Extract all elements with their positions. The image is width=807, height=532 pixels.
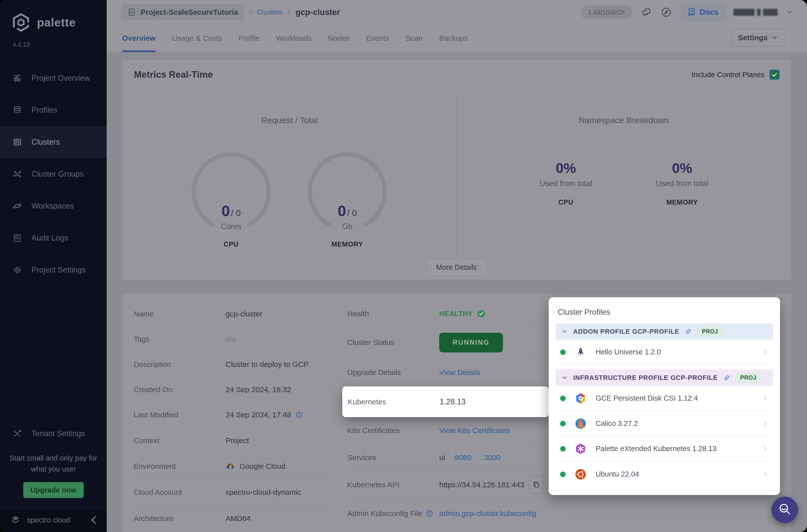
sidebar-item-project-settings[interactable]: Project Settings [0, 254, 107, 286]
link-icon [685, 328, 692, 335]
healthy-check-icon [477, 309, 486, 318]
profile-layer-name: Calico 3.27.2 [596, 419, 638, 428]
profile-layer-gce-disk[interactable]: GCE Persistent Disk CSI 1.12.4 [556, 386, 773, 411]
kubernetes-version-value: 1.28.13 [440, 397, 466, 406]
kubernetes-api-url: https://34.54.126.181:443 [439, 480, 524, 489]
tab-profile[interactable]: Profile [239, 24, 260, 52]
namespace-memory-sub: Used from total [630, 179, 734, 188]
tab-usage-costs[interactable]: Usage & Costs [172, 24, 222, 52]
include-control-planes-checkbox[interactable] [770, 70, 780, 80]
view-k8s-certificates-link[interactable]: View K8s Certificates [439, 426, 510, 435]
docs-button[interactable]: Docs [680, 3, 725, 22]
check-icon [771, 72, 778, 78]
tab-events[interactable]: Events [366, 24, 389, 52]
profile-layer-name: GCE Persistent Disk CSI 1.12.4 [596, 394, 698, 402]
addon-profile-section-header[interactable]: ADDON PROFILE GCP-PROFILE PROJ [556, 323, 773, 340]
link-icon [723, 374, 730, 381]
namespace-cpu-caption: CPU [513, 198, 618, 206]
layer-status-dot [560, 472, 566, 477]
service-port-8080-link[interactable]: :8080 [449, 452, 474, 463]
breadcrumb-clusters-link[interactable]: Clusters [257, 8, 283, 16]
cpu-request-value: 0 [222, 203, 230, 219]
include-control-planes[interactable]: Include Control Planes [692, 70, 780, 80]
explore-button[interactable] [661, 6, 672, 18]
sidebar-item-clusters[interactable]: Clusters [0, 126, 107, 158]
info-icon[interactable] [426, 510, 433, 517]
memory-caption: MEMORY [302, 241, 392, 248]
infrastructure-profile-section-header[interactable]: INFRASTRUCTURE PROFILE GCP-PROFILE PROJ [556, 369, 773, 386]
chevron-down-icon [562, 375, 568, 381]
profile-layer-name: Palette eXtended Kubernetes 1.28.13 [596, 444, 716, 453]
detail-row-last-modified: Last Modified 24 Sep 2024, 17:48 [134, 402, 328, 428]
detail-row-description: Description Cluster to deploy to GCP. [134, 352, 328, 377]
settings-button[interactable]: Settings [731, 29, 786, 46]
detail-value: 24 Sep 2024, 16:32 [226, 385, 291, 394]
detail-label: Description [134, 360, 226, 369]
assistant-search-fab[interactable] [771, 496, 798, 523]
sidebar-footer: spectro cloud [0, 508, 107, 532]
view-details-link[interactable]: View Details [439, 368, 481, 377]
detail-label: Created On [134, 385, 226, 394]
sidebar-item-audit-logs[interactable]: Audit Logs [0, 222, 107, 254]
profile-layer-calico[interactable]: Calico 3.27.2 [556, 411, 773, 436]
chevron-right-icon [762, 349, 769, 356]
profile-layer-palette-extended-kubernetes[interactable]: Palette eXtended Kubernetes 1.28.13 [556, 436, 773, 461]
sidebar-item-project-overview[interactable]: Project Overview [0, 62, 107, 94]
tab-workloads[interactable]: Workloads [276, 24, 312, 52]
health-status: HEALTHY [439, 309, 486, 318]
pxk-icon [575, 443, 587, 455]
logo: palette [0, 0, 107, 32]
detail-row-cloud-account: Cloud Account spectro-cloud-dynamic [134, 479, 328, 506]
tab-label: Workloads [276, 34, 312, 42]
sidebar-item-tenant-settings[interactable]: Tenant Settings [0, 418, 107, 450]
upgrade-now-button[interactable]: Upgrade now [23, 482, 84, 498]
user-name-redacted[interactable] [734, 9, 777, 16]
sidebar-item-cluster-groups[interactable]: Cluster Groups [0, 158, 107, 190]
tab-nodes[interactable]: Nodes [328, 24, 350, 52]
tab-overview[interactable]: Overview [122, 24, 155, 52]
upgrade-promo: Start small and only pay for what you us… [0, 445, 107, 507]
namespace-memory-stat: 0% Used from total MEMORY [630, 160, 734, 206]
info-icon[interactable] [296, 411, 303, 419]
copy-icon [532, 481, 540, 489]
detail-row-services: Services ui :8080 :3000 [347, 444, 545, 472]
sidebar-item-profiles[interactable]: Profiles [0, 94, 107, 126]
namespace-memory-percent: 0% [630, 160, 734, 176]
service-port-3000-link[interactable]: :3000 [479, 452, 503, 463]
breadcrumb-separator: / [249, 8, 251, 16]
project-selector[interactable]: Project-ScaleSecureTutoria [121, 4, 244, 20]
cpu-total-value: 0 [236, 208, 241, 218]
cluster-profiles-panel: Cluster Profiles ADDON PROFILE GCP-PROFI… [549, 297, 780, 495]
metrics-title: Metrics Real-Time [134, 70, 213, 80]
tab-scan[interactable]: Scan [406, 24, 423, 52]
detail-row-health: Health HEALTHY [347, 302, 545, 326]
detail-value: gcp-cluster [226, 310, 262, 318]
kubeconfig-download-link[interactable]: admin.gcp-cluster.kubeconfig [439, 509, 537, 518]
detail-label: Kubernetes API [347, 480, 439, 489]
app-window: palette 4.4.19 Project Overview Profiles… [0, 0, 807, 532]
profile-layer-hello-universe[interactable]: Hello Universe 1.2.0 [556, 340, 773, 365]
user-menu-chevron-down-icon[interactable] [786, 9, 793, 16]
sidebar: palette 4.4.19 Project Overview Profiles… [0, 0, 107, 532]
profiles-icon [13, 106, 22, 115]
audit-logs-icon [13, 233, 22, 243]
namespace-cpu-percent: 0% [513, 160, 618, 176]
profile-layer-ubuntu[interactable]: Ubuntu 22.04 [556, 461, 773, 487]
detail-value: AMD64 [226, 514, 250, 523]
tab-backups[interactable]: Backups [439, 24, 468, 52]
collapse-sidebar-icon[interactable] [90, 516, 97, 524]
cpu-caption: CPU [186, 241, 276, 248]
detail-row-admin-kubeconfig: Admin Kubeconfig File admin.gcp-cluster.… [347, 498, 545, 529]
sidebar-item-workspaces[interactable]: Workspaces [0, 190, 107, 222]
sidebar-item-label: Profiles [32, 106, 57, 115]
more-details-button[interactable]: More Details [427, 259, 486, 276]
spectro-cloud-logo-icon [10, 514, 21, 526]
usage-credits-value: 1.43/100kCh [588, 8, 625, 16]
copy-api-button[interactable] [529, 476, 544, 494]
breadcrumb: Project-ScaleSecureTutoria / Clusters / … [121, 4, 340, 20]
tab-label: Events [366, 34, 389, 42]
app-version: 4.4.19 [0, 32, 107, 48]
detail-label: Admin Kubeconfig File [347, 509, 422, 518]
feedback-button[interactable] [641, 6, 652, 18]
settings-label: Settings [738, 34, 768, 42]
